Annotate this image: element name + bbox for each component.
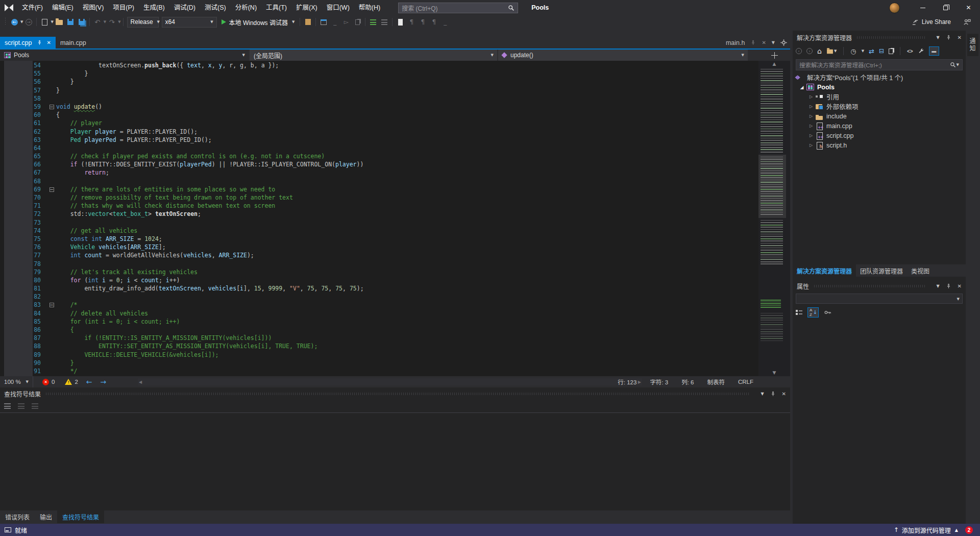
code-line[interactable]: 72 std::vector<text_box_t> textOnScreen; bbox=[0, 210, 758, 218]
warning-count[interactable]: 2 bbox=[75, 379, 78, 385]
collapse-all-icon[interactable]: ⊟ bbox=[879, 47, 884, 55]
breakpoint-toggle-icon[interactable]: _ bbox=[329, 17, 340, 27]
code-line[interactable]: 62 Player player = PLAYER::PLAYER_ID(); bbox=[0, 128, 758, 136]
project-node[interactable]: ◢ Pools bbox=[793, 82, 966, 92]
close-tab-icon[interactable]: ✕ bbox=[47, 40, 51, 45]
panel-drag-texture[interactable] bbox=[814, 285, 925, 287]
code-line[interactable]: 79 // let's track all existing vehicles bbox=[0, 268, 758, 276]
code-editor[interactable]: 54 textOnScreen.push_back({ text, x, y, … bbox=[0, 61, 790, 376]
code-line[interactable]: 69− // there are lots of entities in som… bbox=[0, 185, 758, 193]
tree-item------[interactable]: ▷外部依赖项 bbox=[793, 102, 966, 111]
tree-item-main-cpp[interactable]: ▷main.cpp bbox=[793, 121, 966, 131]
tree-item-include[interactable]: ▷include bbox=[793, 111, 966, 121]
show-all-files-icon[interactable]: <> bbox=[907, 48, 913, 54]
navigate-back-icon[interactable]: ← bbox=[86, 378, 92, 386]
menu-item[interactable]: 生成(B) bbox=[139, 0, 169, 15]
scroll-down-icon[interactable]: ▼ bbox=[758, 370, 790, 376]
navigate-forward-icon[interactable]: → bbox=[23, 17, 34, 27]
code-line[interactable]: 63 Ped playerPed = PLAYER::PLAYER_PED_ID… bbox=[0, 136, 758, 144]
collapsed-arrow-icon[interactable]: ▷ bbox=[808, 104, 814, 109]
tab-main-h[interactable]: main.h bbox=[726, 39, 745, 46]
add-to-source-control-button[interactable]: 添加到源代码管理 bbox=[902, 526, 951, 534]
minimap[interactable] bbox=[761, 69, 786, 368]
navigate-forward-icon[interactable]: → bbox=[101, 378, 107, 386]
code-line[interactable]: 76 Vehicle vehicles[ARR_SIZE]; bbox=[0, 243, 758, 251]
attach-process-icon[interactable] bbox=[302, 17, 313, 27]
code-line[interactable]: 84 // delete all vehicles bbox=[0, 309, 758, 318]
uncomment-icon[interactable]: ¶ bbox=[417, 17, 428, 27]
output-window-icon[interactable] bbox=[5, 527, 11, 532]
collapsed-arrow-icon[interactable]: ▷ bbox=[808, 124, 814, 128]
code-line[interactable]: 56 } bbox=[0, 78, 758, 86]
bookmark-icon[interactable] bbox=[395, 17, 406, 27]
fold-marker-icon[interactable]: − bbox=[50, 105, 54, 109]
code-line[interactable]: 64 bbox=[0, 144, 758, 152]
platform-dropdown[interactable]: x64▼ bbox=[162, 17, 217, 28]
panel-tab[interactable]: 输出 bbox=[35, 510, 57, 523]
outline-icon[interactable]: ¶ bbox=[428, 17, 439, 27]
filter-dropdown-icon[interactable]: ▼ bbox=[862, 49, 864, 53]
settings-list-icon[interactable] bbox=[32, 403, 38, 409]
fold-marker-icon[interactable]: − bbox=[50, 303, 54, 307]
solution-node[interactable]: 解决方案“Pools”(1 个项目/共 1 个) bbox=[793, 72, 966, 82]
menu-item[interactable]: 文件(F) bbox=[17, 0, 47, 15]
code-line[interactable]: 57} bbox=[0, 86, 758, 94]
code-line[interactable]: 67 return; bbox=[0, 168, 758, 177]
error-icon[interactable]: ✕ bbox=[42, 379, 49, 385]
tree-item-script-h[interactable]: ▷script.h bbox=[793, 140, 966, 150]
undo-icon[interactable]: ↶ bbox=[92, 17, 103, 27]
quick-search-box[interactable]: 搜索 (Ctrl+Q) bbox=[398, 3, 518, 13]
comment-icon[interactable]: ¶ bbox=[406, 17, 417, 27]
expanded-arrow-icon[interactable]: ◢ bbox=[799, 85, 805, 90]
show-threads-icon[interactable] bbox=[368, 17, 379, 27]
find-results-content[interactable] bbox=[0, 413, 790, 510]
close-button[interactable]: ✕ bbox=[957, 0, 980, 15]
pending-changes-filter-icon[interactable]: ◷ bbox=[850, 47, 856, 55]
tree-item---[interactable]: ▷引用 bbox=[793, 92, 966, 102]
code-line[interactable]: 73 bbox=[0, 218, 758, 227]
code-line[interactable]: 83− /* bbox=[0, 301, 758, 309]
redo-icon[interactable]: ↷ bbox=[106, 17, 117, 27]
code-line[interactable]: 54 textOnScreen.push_back({ text, x, y, … bbox=[0, 61, 758, 69]
pin-icon[interactable] bbox=[750, 40, 756, 45]
list-view-icon[interactable] bbox=[4, 403, 11, 409]
group-by-icon[interactable] bbox=[18, 403, 24, 409]
solution-search-box[interactable]: 搜索解决方案资源管理器(Ctrl+;) ▼ bbox=[796, 59, 963, 70]
panel-tab[interactable]: 团队资源管理器 bbox=[856, 264, 907, 277]
menu-item[interactable]: 帮助(H) bbox=[354, 0, 385, 15]
code-line[interactable]: 65 // check if player ped exists and con… bbox=[0, 152, 758, 160]
eol-indicator[interactable]: CRLF bbox=[738, 379, 753, 385]
sync-with-active-document-icon[interactable]: ⇄ bbox=[869, 47, 874, 55]
fold-marker-icon[interactable]: − bbox=[50, 187, 54, 192]
code-line[interactable]: 86 { bbox=[0, 326, 758, 334]
horizontal-scrollbar[interactable]: ◀▶ bbox=[138, 378, 642, 385]
code-line[interactable]: 91 */ bbox=[0, 367, 758, 375]
live-share-button[interactable]: Live Share bbox=[912, 18, 951, 26]
panel-tab[interactable]: 解决方案资源管理器 bbox=[793, 264, 856, 277]
code-line[interactable]: 59−void update() bbox=[0, 103, 758, 111]
window-position-chevron-icon[interactable]: ▼ bbox=[936, 284, 939, 288]
code-line[interactable]: 80 for (int i = 0; i < count; i++) bbox=[0, 276, 758, 284]
toolbar-grip[interactable] bbox=[4, 18, 7, 26]
minimap-scrollbar[interactable]: ▲ ▼ bbox=[758, 61, 790, 376]
tree-item-script-cpp[interactable]: ▷script.cpp bbox=[793, 131, 966, 140]
scroll-up-icon[interactable]: ▲ bbox=[758, 61, 790, 67]
collapsed-arrow-icon[interactable]: ▷ bbox=[808, 94, 814, 99]
collapsed-arrow-icon[interactable]: ▷ bbox=[808, 114, 814, 118]
code-line[interactable]: 61 // player bbox=[0, 119, 758, 127]
menu-item[interactable]: 测试(S) bbox=[200, 0, 231, 15]
code-line[interactable]: 70 // remove possibilty of text being dr… bbox=[0, 193, 758, 202]
menu-item[interactable]: 工具(T) bbox=[261, 0, 291, 15]
panel-tab[interactable]: 查找符号结果 bbox=[57, 510, 104, 523]
properties-wrench-icon[interactable] bbox=[918, 48, 924, 55]
underscore-icon[interactable]: _ bbox=[439, 17, 451, 27]
restore-button[interactable] bbox=[934, 0, 957, 15]
notifications-tab[interactable]: 通知 bbox=[967, 34, 978, 56]
zoom-dropdown[interactable]: 100 % ▼ bbox=[0, 376, 33, 387]
source-control-caret-icon[interactable]: ▲ bbox=[955, 528, 958, 532]
menu-item[interactable]: 调试(D) bbox=[169, 0, 200, 15]
tab-main-cpp[interactable]: main.cpp bbox=[56, 37, 91, 48]
track-active-item-toggle[interactable]: ▬ bbox=[929, 46, 939, 56]
notification-badge[interactable]: 2 bbox=[965, 526, 973, 534]
code-line[interactable]: 66 if (!ENTITY::DOES_ENTITY_EXIST(player… bbox=[0, 160, 758, 168]
